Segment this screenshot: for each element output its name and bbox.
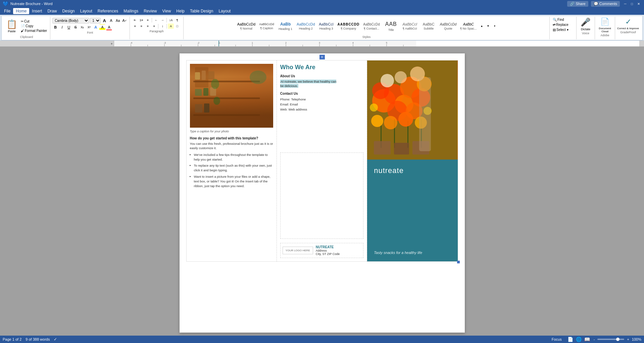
font-shrink-button[interactable]: A [108, 17, 114, 24]
style-heading1[interactable]: AaBb Heading 1 [276, 20, 295, 32]
multilevel-button[interactable]: ≡ [145, 17, 151, 23]
styles-scroll-up[interactable]: ▲ [479, 24, 485, 29]
company-name[interactable]: NUTREATE [316, 245, 340, 249]
brand-tagline[interactable]: Tasty snacks for a healthy life [374, 251, 451, 255]
justify-button[interactable]: ≡ [151, 24, 157, 29]
menu-layout[interactable]: Layout [78, 8, 95, 14]
style-normal[interactable]: AaBbCcDd ¶ Normal [236, 21, 257, 31]
line-spacing-button[interactable]: ↕ [159, 24, 165, 29]
menu-home[interactable]: Home [13, 8, 29, 14]
superscript-button[interactable]: X² [86, 24, 92, 30]
paste-button[interactable]: 📋 Paste [5, 18, 18, 34]
style-contact-preview: AaBbCcDd [363, 22, 380, 27]
borders-button[interactable]: □ [174, 24, 180, 29]
indent-more-button[interactable]: → [159, 17, 165, 23]
style-caption[interactable]: AaBbCcDd ¶ Caption [257, 21, 276, 31]
indent-less-button[interactable]: ← [153, 17, 159, 23]
menu-file[interactable]: File [1, 8, 13, 14]
brand-name[interactable]: nutreate [374, 166, 451, 175]
style-nospace[interactable]: AaBbC ¶ No Spac... [458, 21, 478, 31]
contact-web[interactable]: Web: Web address [280, 107, 363, 112]
minimize-button[interactable]: ─ [623, 1, 628, 6]
contact-email[interactable]: Email: Email [280, 102, 363, 107]
font-grow-button[interactable]: A [101, 17, 107, 24]
bullet-item-1[interactable]: We've included a few tips throughout the… [194, 153, 273, 162]
correct-improve-label[interactable]: Correct & Improve [617, 27, 639, 30]
zoom-level[interactable]: 100% [632, 337, 641, 341]
select-button[interactable]: ▤ Select ▾ [552, 28, 574, 32]
font-color-button[interactable]: A [106, 24, 112, 30]
show-marks-button[interactable]: ¶ [174, 17, 180, 23]
text-effects-button[interactable]: A [93, 24, 99, 30]
menu-layout2[interactable]: Layout [216, 8, 233, 14]
bullet-item-2[interactable]: To replace any tip text (such as this) w… [194, 163, 273, 173]
clear-format-button[interactable]: A↙ [121, 17, 128, 24]
svg-point-63 [384, 116, 397, 129]
comments-button[interactable]: 💬 Comments [591, 1, 620, 7]
align-right-button[interactable]: ≡ [145, 24, 151, 29]
menu-review[interactable]: Review [141, 8, 159, 14]
center-button[interactable]: ≡ [138, 24, 144, 29]
styles-more[interactable]: ▾ [492, 24, 498, 29]
menu-draw[interactable]: Draw [45, 8, 59, 14]
menu-references[interactable]: References [95, 8, 121, 14]
print-layout-button[interactable]: 📄 [566, 336, 574, 342]
style-heading2[interactable]: AaBbCcDd Heading 2 [295, 21, 316, 31]
menu-design[interactable]: Design [59, 8, 77, 14]
format-painter-button[interactable]: 🖌 Format Painter [20, 29, 48, 33]
read-mode-button[interactable]: 📖 [583, 336, 591, 342]
maximize-button[interactable]: □ [629, 1, 635, 6]
font-face-select[interactable]: Cambria (Body) [52, 18, 89, 24]
focus-button[interactable]: Focus [550, 337, 564, 342]
italic-button[interactable]: I [59, 24, 65, 30]
zoom-out-button[interactable]: - [594, 337, 595, 341]
about-text[interactable]: At nutreate, we believe that healthy can… [280, 79, 363, 88]
logo-placeholder[interactable]: YOUR LOGO HERE [283, 247, 313, 254]
shading-button[interactable]: A [168, 24, 174, 29]
copy-icon: 📄 [21, 24, 25, 28]
zoom-thumb[interactable] [616, 338, 620, 341]
styles-scroll-down[interactable]: ▼ [485, 24, 491, 29]
template-intro[interactable]: You can use this fresh, professional bro… [190, 141, 273, 151]
style-style1[interactable]: AaBbCcI ¶ AaBbCcI [401, 21, 419, 31]
menu-help[interactable]: Help [174, 8, 187, 14]
company-address[interactable]: Address [316, 249, 340, 252]
find-button[interactable]: 🔍 Find [552, 17, 574, 22]
zoom-in-button[interactable]: + [627, 337, 629, 341]
style-quote[interactable]: AaBbCcDd Quote [438, 21, 458, 31]
bold-button[interactable]: B [52, 24, 58, 30]
numbering-button[interactable]: 1≡ [138, 17, 144, 23]
subscript-button[interactable]: X₂ [79, 24, 85, 30]
strikethrough-button[interactable]: S [72, 24, 79, 30]
align-left-button[interactable]: ≡ [132, 24, 138, 29]
share-button[interactable]: 🔗 Share [567, 1, 588, 7]
bullet-item-3[interactable]: Want to insert a picture from your files… [194, 174, 273, 189]
zoom-slider[interactable] [597, 339, 624, 340]
company-city[interactable]: City, ST ZIP Code [316, 252, 340, 256]
menu-mailings[interactable]: Mailings [121, 8, 141, 14]
replace-button[interactable]: ⇄ Replace [552, 23, 574, 27]
contact-phone[interactable]: Phone: Telephone [280, 97, 363, 102]
bullets-button[interactable]: ≡· [132, 17, 138, 23]
close-button[interactable]: ✕ [636, 1, 641, 6]
style-heading3[interactable]: AaBbCcI Heading 3 [317, 21, 336, 31]
change-case-button[interactable]: Aa [115, 17, 121, 24]
resize-handle[interactable] [457, 261, 460, 263]
style-company[interactable]: AABBCCDD ¶ Company [336, 21, 361, 31]
copy-button[interactable]: 📄 Copy [20, 24, 48, 28]
who-we-are-title[interactable]: Who We Are [280, 64, 363, 71]
style-contact[interactable]: AaBbCcDd ¶ Contact... [361, 21, 381, 31]
menu-table-design[interactable]: Table Design [187, 8, 216, 14]
template-heading[interactable]: How do you get started with this templat… [190, 136, 273, 140]
table-move-handle[interactable]: + [319, 55, 325, 59]
sort-button[interactable]: ↕A [168, 17, 174, 23]
font-size-select[interactable]: 11 [90, 18, 101, 24]
menu-view[interactable]: View [160, 8, 174, 14]
style-title[interactable]: AAB Title [382, 19, 400, 32]
text-highlight-button[interactable]: A [99, 24, 105, 30]
cut-button[interactable]: ✂ Cut [20, 19, 48, 24]
web-layout-button[interactable]: 🌐 [575, 336, 583, 342]
style-subtitle[interactable]: AaBbC Subtitle [419, 21, 438, 31]
underline-button[interactable]: U [66, 24, 72, 30]
menu-insert[interactable]: Insert [29, 8, 45, 14]
